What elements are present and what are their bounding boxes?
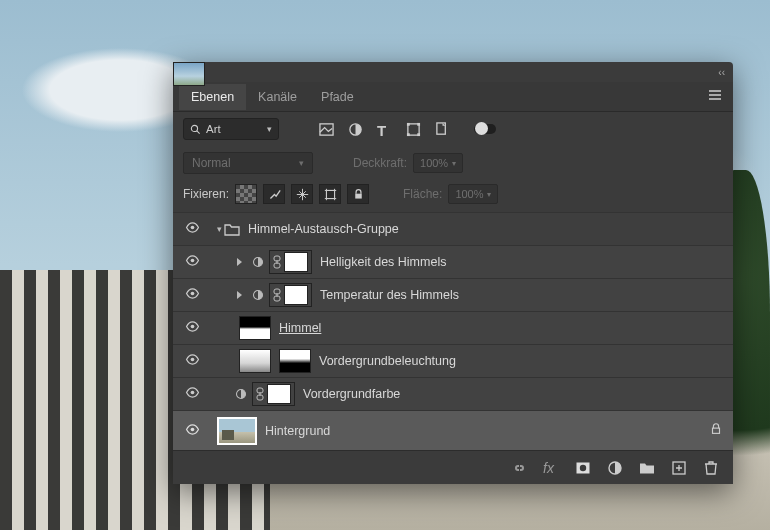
svg-point-33 — [580, 464, 586, 470]
panel-titlebar: × ‹‹ — [173, 62, 733, 82]
blend-mode-label: Normal — [192, 156, 231, 170]
visibility-icon[interactable] — [183, 387, 201, 401]
svg-rect-10 — [326, 190, 334, 198]
shape-icon[interactable] — [406, 122, 421, 137]
layer-name[interactable]: Himmel-Austausch-Gruppe — [248, 222, 399, 236]
smartobject-icon[interactable] — [435, 122, 450, 137]
layer-name[interactable]: Himmel — [279, 321, 321, 335]
fill-input[interactable]: 100% ▾ — [448, 184, 498, 204]
fill-value: 100% — [455, 188, 483, 200]
layer-item[interactable]: Vordergrundfarbe — [173, 377, 733, 410]
group-icon[interactable] — [639, 460, 655, 476]
chevron-down-icon: ▾ — [299, 158, 304, 168]
link-box — [269, 250, 312, 274]
link-box — [269, 283, 312, 307]
adjustment-icon — [252, 256, 264, 268]
lock-artboard-button[interactable] — [319, 184, 341, 204]
mask-thumb[interactable] — [279, 349, 311, 373]
svg-rect-11 — [355, 193, 362, 198]
layer-name[interactable]: Temperatur des Himmels — [320, 288, 459, 302]
layer-item[interactable]: Temperatur des Himmels — [173, 278, 733, 311]
svg-point-12 — [190, 226, 194, 230]
opacity-input[interactable]: 100% ▾ — [413, 153, 463, 173]
filter-toggle[interactable] — [474, 124, 496, 134]
panel-footer: fx — [173, 450, 733, 484]
visibility-icon[interactable] — [183, 321, 201, 335]
layer-thumb[interactable] — [173, 62, 205, 86]
svg-point-0 — [191, 125, 197, 131]
svg-rect-6 — [417, 122, 420, 125]
type-icon[interactable]: T — [377, 122, 392, 137]
filter-type-icons: T — [319, 122, 496, 137]
visibility-icon[interactable] — [183, 354, 201, 368]
tab-layers[interactable]: Ebenen — [179, 84, 246, 110]
lock-row: Fixieren: Fläche: 100% ▾ — [173, 180, 733, 212]
svg-point-24 — [190, 358, 194, 362]
lock-position-button[interactable] — [291, 184, 313, 204]
adjustment-icon[interactable] — [348, 122, 363, 137]
tab-channels[interactable]: Kanäle — [246, 84, 309, 110]
svg-rect-5 — [407, 122, 410, 125]
trash-icon[interactable] — [703, 460, 719, 476]
svg-point-30 — [190, 427, 194, 431]
layer-name[interactable]: Helligkeit des Himmels — [320, 255, 446, 269]
lock-all-button[interactable] — [347, 184, 369, 204]
visibility-icon[interactable] — [183, 288, 201, 302]
svg-point-18 — [190, 292, 194, 296]
fx-icon[interactable]: fx — [543, 460, 559, 476]
visibility-icon[interactable] — [183, 255, 201, 269]
folder-icon — [224, 223, 240, 236]
opacity-value: 100% — [420, 157, 448, 169]
opacity-label: Deckkraft: — [353, 156, 407, 170]
clip-icon — [235, 289, 247, 301]
layers-panel: × ‹‹ Ebenen Kanäle Pfade Art ▾ T Normal … — [173, 62, 733, 484]
layer-group[interactable]: ▾ Himmel-Austausch-Gruppe — [173, 212, 733, 245]
svg-line-1 — [197, 130, 200, 133]
adjustment-icon[interactable] — [607, 460, 623, 476]
chevron-down-icon: ▾ — [487, 190, 491, 199]
chevron-down-icon[interactable]: ▾ — [217, 224, 222, 234]
layer-item[interactable]: Himmel — [173, 311, 733, 344]
visibility-icon[interactable] — [183, 222, 201, 236]
mask-thumb[interactable] — [239, 316, 271, 340]
layer-background[interactable]: Hintergrund — [173, 410, 733, 450]
mask-thumb[interactable] — [267, 384, 291, 404]
panel-menu-icon[interactable] — [703, 83, 727, 110]
adjustment-icon — [235, 388, 247, 400]
layer-name[interactable]: Hintergrund — [265, 424, 330, 438]
blend-mode-select[interactable]: Normal ▾ — [183, 152, 313, 174]
filter-label: Art — [206, 123, 221, 135]
collapse-icon[interactable]: ‹‹ — [718, 67, 725, 78]
mask-icon[interactable] — [575, 460, 591, 476]
layer-kind-filter[interactable]: Art ▾ — [183, 118, 279, 140]
layer-name[interactable]: Vordergrundbeleuchtung — [319, 354, 456, 368]
chevron-down-icon: ▾ — [452, 159, 456, 168]
layer-name[interactable]: Vordergrundfarbe — [303, 387, 400, 401]
tab-paths[interactable]: Pfade — [309, 84, 366, 110]
layer-thumb[interactable] — [217, 417, 257, 445]
toggle-knob — [475, 122, 488, 135]
blend-row: Normal ▾ Deckkraft: 100% ▾ — [173, 146, 733, 180]
search-icon — [190, 124, 201, 135]
link-icon[interactable] — [511, 460, 527, 476]
layer-thumb[interactable] — [239, 349, 271, 373]
link-box — [252, 382, 295, 406]
lock-icon — [709, 422, 723, 439]
fill-label: Fläche: — [403, 187, 442, 201]
mask-thumb[interactable] — [284, 285, 308, 305]
layer-item[interactable]: Vordergrundbeleuchtung — [173, 344, 733, 377]
mask-thumb[interactable] — [284, 252, 308, 272]
image-icon[interactable] — [319, 122, 334, 137]
layer-item[interactable]: Helligkeit des Himmels — [173, 245, 733, 278]
link-icon — [256, 387, 264, 401]
link-icon — [273, 288, 281, 302]
filter-row: Art ▾ T — [173, 112, 733, 146]
layers-list: ▾ Himmel-Austausch-Gruppe Helligkeit des… — [173, 212, 733, 450]
lock-transparency-button[interactable] — [235, 184, 257, 204]
visibility-icon[interactable] — [183, 424, 201, 438]
svg-point-13 — [190, 259, 194, 263]
chevron-down-icon: ▾ — [267, 124, 272, 134]
new-icon[interactable] — [671, 460, 687, 476]
lock-image-button[interactable] — [263, 184, 285, 204]
svg-point-23 — [190, 325, 194, 329]
